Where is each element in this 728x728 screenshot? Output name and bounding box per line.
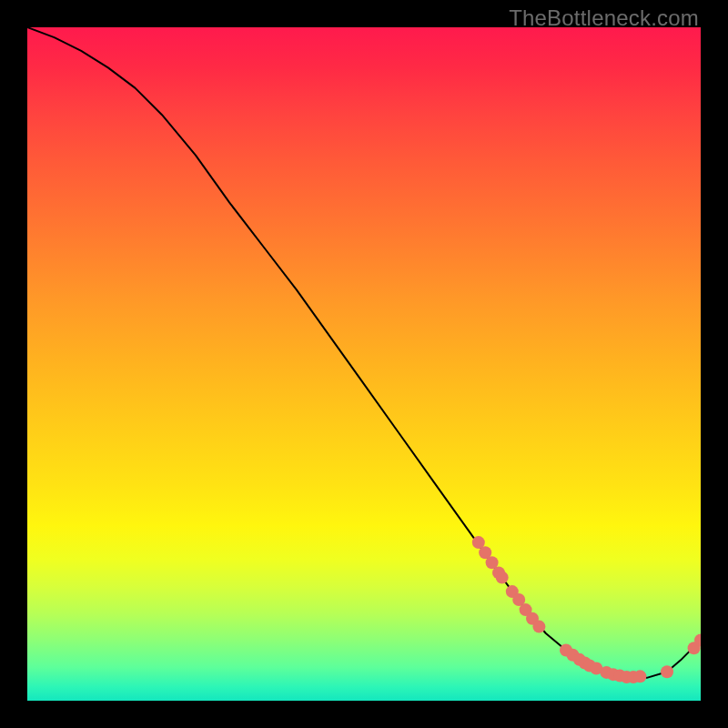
- data-point: [532, 621, 545, 633]
- data-point-layer: [472, 536, 701, 683]
- data-point: [688, 642, 701, 654]
- data-point: [633, 670, 646, 682]
- data-point: [526, 612, 539, 625]
- data-point: [486, 556, 499, 569]
- data-point: [492, 566, 505, 579]
- chart-svg: [27, 27, 701, 701]
- data-point: [566, 649, 579, 662]
- data-point: [661, 665, 673, 678]
- data-point: [573, 653, 586, 666]
- data-point: [579, 657, 592, 670]
- data-point: [496, 571, 509, 584]
- data-point: [506, 585, 519, 598]
- data-point: [621, 671, 633, 683]
- data-point: [590, 662, 602, 674]
- chart-frame: TheBottleneck.com: [0, 0, 728, 728]
- data-point: [627, 671, 640, 683]
- bottleneck-curve: [27, 27, 701, 678]
- data-point: [607, 668, 620, 681]
- data-point: [479, 546, 491, 559]
- gradient-plot-area: [27, 27, 701, 701]
- data-point: [472, 536, 485, 549]
- data-point: [520, 603, 532, 616]
- data-point: [694, 633, 701, 646]
- data-point: [560, 644, 572, 657]
- data-point: [512, 593, 525, 606]
- data-point: [613, 670, 626, 682]
- data-point: [600, 666, 612, 679]
- data-point: [583, 660, 596, 672]
